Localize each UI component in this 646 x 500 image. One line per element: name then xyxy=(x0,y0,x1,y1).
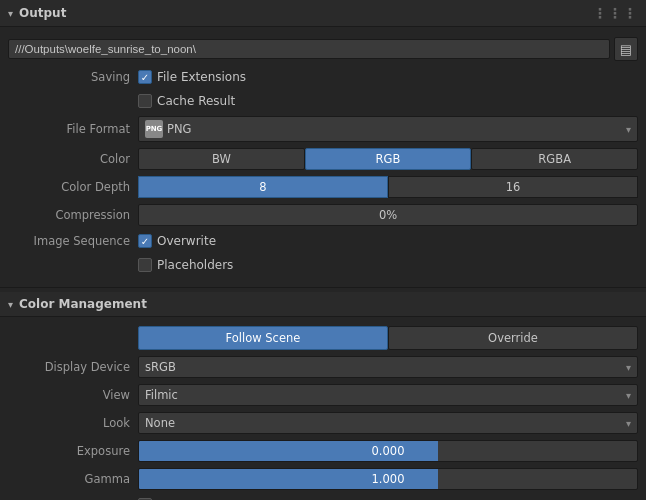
look-value: None xyxy=(145,416,175,430)
panel: ▾ Output ⋮⋮⋮ ▤ Saving ✓ File Extensions xyxy=(0,0,646,500)
file-extensions-label: File Extensions xyxy=(157,70,246,84)
color-label: Color xyxy=(8,152,138,166)
placeholders-row: Placeholders xyxy=(0,253,646,277)
gamma-field[interactable]: 1.000 xyxy=(138,468,638,490)
compression-label: Compression xyxy=(8,208,138,222)
look-row: Look None ▾ xyxy=(0,409,646,437)
gamma-label: Gamma xyxy=(8,472,138,486)
placeholders-label: Placeholders xyxy=(157,258,233,272)
color-mgmt-collapse-arrow: ▾ xyxy=(8,299,13,310)
view-row: View Filmic ▾ xyxy=(0,381,646,409)
look-select[interactable]: None ▾ xyxy=(138,412,638,434)
file-extensions-checkbox-wrap[interactable]: ✓ File Extensions xyxy=(138,70,246,84)
file-format-chevron: ▾ xyxy=(626,124,631,135)
overwrite-label: Overwrite xyxy=(157,234,216,248)
display-device-chevron: ▾ xyxy=(626,362,631,373)
depth-button-group: 8 16 xyxy=(138,176,638,198)
color-management-section-body: Follow Scene Override Display Device sRG… xyxy=(0,317,646,500)
cache-result-label: Cache Result xyxy=(157,94,235,108)
compression-field[interactable]: 0% xyxy=(138,204,638,226)
file-format-label: File Format xyxy=(8,122,138,136)
cache-result-row: Cache Result xyxy=(0,89,646,113)
placeholders-checkbox xyxy=(138,258,152,272)
depth-btn-8[interactable]: 8 xyxy=(138,176,388,198)
gamma-row: Gamma 1.000 xyxy=(0,465,646,493)
look-label: Look xyxy=(8,416,138,430)
scene-override-row: Follow Scene Override xyxy=(0,323,646,353)
display-device-select[interactable]: sRGB ▾ xyxy=(138,356,638,378)
use-curves-row: Use Curves xyxy=(0,493,646,500)
exposure-row: Exposure 0.000 xyxy=(0,437,646,465)
output-section-header[interactable]: ▾ Output ⋮⋮⋮ xyxy=(0,0,646,27)
path-row: ▤ xyxy=(0,33,646,65)
folder-button[interactable]: ▤ xyxy=(614,37,638,61)
color-depth-row: Color Depth 8 16 xyxy=(0,173,646,201)
saving-file-extensions-row: Saving ✓ File Extensions xyxy=(0,65,646,89)
folder-icon: ▤ xyxy=(620,42,632,57)
display-device-value: sRGB xyxy=(145,360,176,374)
section-divider xyxy=(0,287,646,288)
view-select[interactable]: Filmic ▾ xyxy=(138,384,638,406)
display-device-label: Display Device xyxy=(8,360,138,374)
exposure-label: Exposure xyxy=(8,444,138,458)
exposure-field[interactable]: 0.000 xyxy=(138,440,638,462)
color-btn-bw[interactable]: BW xyxy=(138,148,305,170)
image-sequence-label: Image Sequence xyxy=(8,234,138,248)
color-management-section-title: Color Management xyxy=(19,297,147,311)
image-sequence-overwrite-row: Image Sequence ✓ Overwrite xyxy=(0,229,646,253)
file-format-row: File Format PNG PNG ▾ xyxy=(0,113,646,145)
follow-scene-button[interactable]: Follow Scene xyxy=(138,326,388,350)
file-format-select[interactable]: PNG PNG ▾ xyxy=(138,116,638,142)
output-path-input[interactable] xyxy=(8,39,610,59)
view-value: Filmic xyxy=(145,388,178,402)
color-management-section-header[interactable]: ▾ Color Management xyxy=(0,292,646,317)
color-btn-rgb[interactable]: RGB xyxy=(305,148,472,170)
scene-btn-group: Follow Scene Override xyxy=(138,326,638,350)
output-section-body: ▤ Saving ✓ File Extensions Cache Result xyxy=(0,27,646,283)
look-chevron: ▾ xyxy=(626,418,631,429)
depth-btn-16[interactable]: 16 xyxy=(388,176,638,198)
cache-result-checkbox-wrap[interactable]: Cache Result xyxy=(138,94,235,108)
output-collapse-arrow: ▾ xyxy=(8,8,13,19)
compression-row: Compression 0% xyxy=(0,201,646,229)
output-section-title: Output xyxy=(19,6,66,20)
display-device-row: Display Device sRGB ▾ xyxy=(0,353,646,381)
color-depth-label: Color Depth xyxy=(8,180,138,194)
overwrite-checkbox-wrap[interactable]: ✓ Overwrite xyxy=(138,234,216,248)
overwrite-checkbox: ✓ xyxy=(138,234,152,248)
saving-label: Saving xyxy=(8,70,138,84)
cache-result-checkbox xyxy=(138,94,152,108)
placeholders-checkbox-wrap[interactable]: Placeholders xyxy=(138,258,233,272)
section-dots: ⋮⋮⋮ xyxy=(593,5,638,21)
color-button-group: BW RGB RGBA xyxy=(138,148,638,170)
view-label: View xyxy=(8,388,138,402)
view-chevron: ▾ xyxy=(626,390,631,401)
file-format-value: PNG xyxy=(167,122,191,136)
color-row: Color BW RGB RGBA xyxy=(0,145,646,173)
color-btn-rgba[interactable]: RGBA xyxy=(471,148,638,170)
png-icon: PNG xyxy=(145,120,163,138)
override-button[interactable]: Override xyxy=(388,326,638,350)
file-extensions-checkbox: ✓ xyxy=(138,70,152,84)
